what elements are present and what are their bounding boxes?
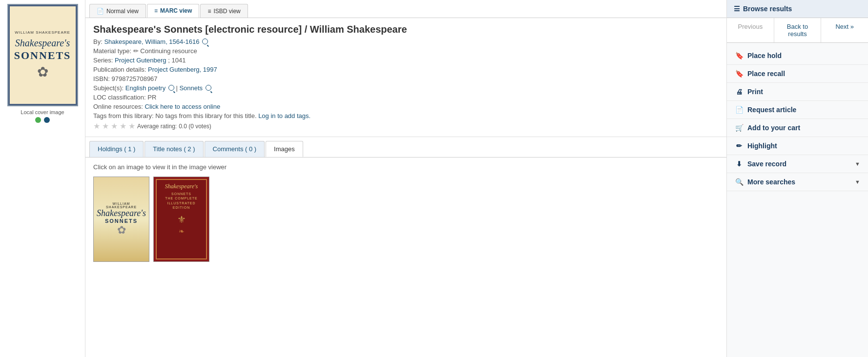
subjects-row: Subject(s): English poetry | Sonnets bbox=[93, 84, 719, 92]
action-print[interactable]: 🖨 Print bbox=[727, 83, 868, 101]
doc-icon: 📄 bbox=[97, 8, 104, 15]
star-5[interactable]: ★ bbox=[128, 121, 135, 131]
rating-row: ★ ★ ★ ★ ★ Average rating: 0.0 (0 votes) bbox=[93, 121, 719, 131]
img2-title: Shakespeare's bbox=[165, 183, 198, 190]
tab-marc-label: MARC view bbox=[160, 7, 192, 14]
isbn-label: ISBN: bbox=[93, 75, 110, 82]
dot-blue bbox=[44, 117, 50, 123]
action-list: 🔖 Place hold 🔖 Place recall 🖨 Print 📄 Re… bbox=[727, 43, 868, 195]
rating-label: Average rating: bbox=[137, 123, 177, 130]
series-row: Series: Project Gutenberg ; 1041 bbox=[93, 57, 719, 64]
print-label: Print bbox=[747, 88, 763, 96]
more-searches-dropdown-icon: ▼ bbox=[855, 179, 860, 185]
add-to-cart-icon: 🛒 bbox=[735, 124, 744, 132]
place-recall-label: Place recall bbox=[747, 70, 785, 78]
material-type-icon: ✏ bbox=[133, 47, 141, 55]
pub-details-link[interactable]: Project Gutenberg, 1997 bbox=[148, 66, 217, 73]
save-record-dropdown-icon: ▼ bbox=[855, 161, 860, 167]
dot-green bbox=[35, 117, 41, 123]
img2-deco: ❧ bbox=[179, 227, 185, 235]
loc-label: LOC classification: bbox=[93, 94, 146, 101]
tab-normal-label: Normal view bbox=[106, 8, 139, 15]
loc-row: LOC classification: PR bbox=[93, 94, 719, 101]
action-add-to-cart[interactable]: 🛒 Add to your cart bbox=[727, 119, 868, 137]
image-thumb-2[interactable]: Shakespeare's SONNETSTHE COMPLETEILLUSTR… bbox=[153, 177, 209, 262]
cover-title: Shakespeare's SONNETS bbox=[14, 37, 71, 62]
img1-deco: ✿ bbox=[117, 224, 126, 237]
author-link[interactable]: Shakespeare, William, 1564-1616 bbox=[104, 38, 199, 45]
star-3[interactable]: ★ bbox=[111, 121, 118, 131]
by-label: By: bbox=[93, 38, 103, 45]
material-type-value: Continuing resource bbox=[140, 47, 197, 55]
cover-author: WILLIAM SHAKESPEARE bbox=[15, 30, 70, 35]
action-highlight[interactable]: ✏ Highlight bbox=[727, 137, 868, 155]
tab-images[interactable]: Images bbox=[266, 141, 303, 157]
tab-isbd-view[interactable]: ≡ ISBD view bbox=[200, 4, 248, 18]
action-request-article[interactable]: 📄 Request article bbox=[727, 101, 868, 119]
author-row: By: Shakespeare, William, 1564-1616 bbox=[93, 38, 719, 45]
image-thumb-1[interactable]: WILLIAM SHAKESPEARE Shakespeare's SONNET… bbox=[93, 177, 149, 262]
action-more-searches[interactable]: 🔍 More searches ▼ bbox=[727, 173, 868, 191]
action-save-record[interactable]: ⬇ Save record ▼ bbox=[727, 155, 868, 173]
more-searches-icon: 🔍 bbox=[735, 178, 744, 186]
request-article-icon: 📄 bbox=[735, 106, 744, 114]
isbd-icon: ≡ bbox=[207, 8, 211, 15]
series-number: ; 1041 bbox=[168, 57, 186, 64]
online-link[interactable]: Click here to access online bbox=[145, 103, 221, 110]
tab-normal-view[interactable]: 📄 Normal view bbox=[89, 4, 146, 18]
nav-next-btn[interactable]: Next » bbox=[821, 18, 868, 42]
book-cover[interactable]: WILLIAM SHAKESPEARE Shakespeare's SONNET… bbox=[7, 4, 78, 106]
tags-value: No tags from this library for this title… bbox=[155, 112, 256, 119]
img1-title: Shakespeare's bbox=[97, 209, 146, 218]
add-to-cart-label: Add to your cart bbox=[747, 124, 800, 132]
img2-subtitle: SONNETSTHE COMPLETEILLUSTRATEDEDITION bbox=[165, 192, 197, 209]
save-record-label: Save record bbox=[747, 160, 786, 168]
author-search-icon[interactable] bbox=[202, 39, 208, 44]
isbn-value: 9798725708967 bbox=[112, 75, 158, 82]
browse-results-label: Browse results bbox=[743, 5, 792, 13]
pub-details-label: Publication details: bbox=[93, 66, 146, 73]
star-2[interactable]: ★ bbox=[102, 121, 109, 131]
tags-login[interactable]: Log in to add tags. bbox=[258, 112, 310, 119]
tab-title-notes[interactable]: Title notes ( 2 ) bbox=[145, 141, 203, 157]
save-record-icon: ⬇ bbox=[735, 160, 744, 168]
star-4[interactable]: ★ bbox=[120, 121, 126, 131]
cover-decoration: ✿ bbox=[37, 64, 48, 80]
img1-author: WILLIAM SHAKESPEARE bbox=[97, 202, 146, 209]
images-section: Click on an image to view it in the imag… bbox=[85, 158, 726, 268]
highlight-label: Highlight bbox=[747, 142, 777, 150]
material-type-row: Material type: ✏ Continuing resource bbox=[93, 47, 719, 55]
right-sidebar: ☰ Browse results Previous Back to result… bbox=[726, 0, 868, 357]
img2-inner: Shakespeare's SONNETSTHE COMPLETEILLUSTR… bbox=[156, 179, 207, 259]
view-tabs: 📄 Normal view ≡ MARC view ≡ ISBD view bbox=[85, 0, 726, 18]
rating-value: 0.0 (0 votes) bbox=[179, 123, 211, 130]
browse-header: ☰ Browse results bbox=[727, 0, 868, 18]
images-grid: WILLIAM SHAKESPEARE Shakespeare's SONNET… bbox=[93, 177, 719, 262]
section-tabs: Holdings ( 1 ) Title notes ( 2 ) Comment… bbox=[85, 137, 726, 158]
center-content: 📄 Normal view ≡ MARC view ≡ ISBD view Sh… bbox=[85, 0, 726, 357]
tab-comments[interactable]: Comments ( 0 ) bbox=[205, 141, 265, 157]
action-place-recall[interactable]: 🔖 Place recall bbox=[727, 65, 868, 83]
request-article-label: Request article bbox=[747, 106, 796, 114]
tab-marc-view[interactable]: ≡ MARC view bbox=[147, 4, 199, 18]
place-hold-icon: 🔖 bbox=[735, 52, 744, 60]
series-link[interactable]: Project Gutenberg bbox=[115, 57, 166, 64]
action-place-hold[interactable]: 🔖 Place hold bbox=[727, 47, 868, 65]
place-hold-label: Place hold bbox=[747, 52, 782, 60]
subject1-search-icon[interactable] bbox=[168, 85, 174, 91]
browse-nav: Previous Back to results Next » bbox=[727, 18, 868, 43]
tags-row: Tags from this library: No tags from thi… bbox=[93, 112, 719, 119]
tab-holdings-label: Holdings ( 1 ) bbox=[98, 145, 135, 153]
nav-previous-btn[interactable]: Previous bbox=[727, 18, 774, 42]
cover-dots bbox=[35, 117, 50, 123]
star-1[interactable]: ★ bbox=[93, 121, 100, 131]
loc-value: PR bbox=[147, 94, 156, 101]
subject2-link[interactable]: Sonnets bbox=[179, 84, 203, 92]
subject1-link[interactable]: English poetry bbox=[125, 84, 165, 92]
book-info: Shakespeare's Sonnets [electronic resour… bbox=[85, 18, 726, 137]
browse-lines-icon: ☰ bbox=[734, 5, 740, 13]
images-instruction: Click on an image to view it in the imag… bbox=[93, 163, 719, 171]
nav-back-to-results-btn[interactable]: Back to results bbox=[774, 18, 822, 42]
subject2-search-icon[interactable] bbox=[206, 85, 211, 91]
tab-holdings[interactable]: Holdings ( 1 ) bbox=[89, 141, 144, 157]
